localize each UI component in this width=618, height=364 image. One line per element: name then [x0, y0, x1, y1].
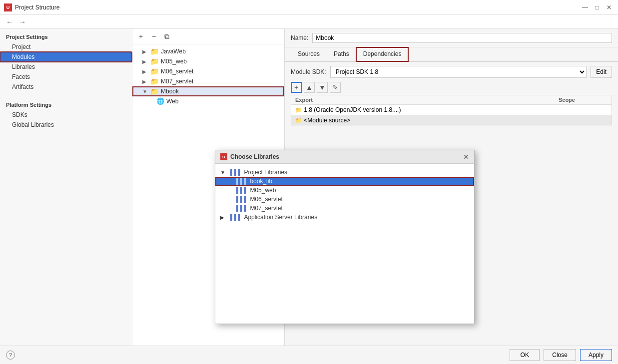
choose-libraries-dialog[interactable]: U Choose Libraries ✕ ▼ ▐▐▐ Project Libra… — [215, 150, 475, 324]
window-title: Project Structure — [15, 4, 59, 11]
tab-paths[interactable]: Paths — [327, 47, 356, 61]
add-dep-button[interactable]: + — [291, 82, 302, 93]
move-down-button[interactable]: ▼ — [317, 82, 328, 93]
maximize-button[interactable]: □ — [592, 2, 602, 12]
edit-sdk-button[interactable]: Edit — [591, 66, 612, 78]
name-input[interactable] — [312, 33, 612, 43]
close-button[interactable]: ✕ — [604, 2, 614, 12]
tree-item-label: Web — [166, 98, 178, 105]
table-row[interactable]: 📁 1.8 (Oracle OpenJDK version 1.8....) — [291, 105, 612, 115]
tree-remove-button[interactable]: − — [148, 31, 159, 42]
chevron-right-icon: ▶ — [142, 79, 148, 84]
sidebar: Project Settings Project Modules Librari… — [0, 29, 132, 364]
sidebar-item-sdks[interactable]: SDKs — [0, 110, 132, 120]
platform-settings-label: Platform Settings — [0, 97, 132, 110]
tree-item-mbook[interactable]: ▼ 📁 Mbook — [132, 86, 284, 96]
modal-item-m07servlet[interactable]: ▐▐▐ M07_servlet — [215, 204, 474, 213]
module-sdk-label: Module SDK: — [291, 68, 326, 75]
library-group-icon: ▐▐▐ — [228, 169, 240, 175]
web-icon: 🌐 — [156, 97, 164, 105]
modal-close-button[interactable]: ✕ — [463, 153, 469, 161]
name-row: Name: — [285, 29, 618, 47]
tree-item-label: JavaWeb — [161, 48, 186, 55]
table-cell: 📁 1.8 (Oracle OpenJDK version 1.8....) — [291, 105, 555, 115]
dependencies-table: Export Scope 📁 1.8 (Oracle OpenJDK versi… — [291, 95, 612, 126]
library-icon: ▐▐▐ — [234, 196, 246, 202]
chevron-right-icon: ▶ — [142, 59, 148, 64]
modal-icon: U — [220, 153, 227, 160]
table-row[interactable]: 📁 <Module source> — [291, 115, 612, 126]
sidebar-item-libraries[interactable]: Libraries — [0, 62, 132, 72]
modal-app-server-libraries[interactable]: ▶ ▐▐▐ Application Server Libraries — [215, 213, 474, 222]
table-cell-scope — [555, 105, 612, 115]
scope-column-header: Scope — [555, 95, 612, 105]
bottom-bar: ? OK Close Apply — [0, 346, 618, 364]
nav-bar: ← → — [0, 15, 618, 29]
jdk-icon: 📁 — [295, 107, 302, 113]
library-icon: ▐▐▐ — [234, 187, 246, 193]
tree-item-javaweb[interactable]: ▶ 📁 JavaWeb — [132, 46, 284, 56]
library-icon: ▐▐▐ — [234, 178, 246, 184]
tree-item-m06servlet[interactable]: ▶ 📁 M06_servlet — [132, 66, 284, 76]
chevron-right-icon: ▶ — [220, 215, 226, 220]
app-icon: U — [4, 3, 12, 11]
folder-icon: 📁 — [150, 87, 159, 95]
export-column-header: Export — [291, 95, 555, 105]
forward-button[interactable]: → — [17, 17, 28, 27]
tree-item-m05web[interactable]: ▶ 📁 M05_web — [132, 56, 284, 66]
dep-label: 1.8 (Oracle OpenJDK version 1.8....) — [304, 106, 401, 113]
name-label: Name: — [291, 34, 308, 41]
modal-item-label: M06_servlet — [250, 196, 282, 203]
sidebar-item-global-libraries[interactable]: Global Libraries — [0, 120, 132, 130]
dep-label: <Module source> — [304, 117, 350, 124]
modal-item-label: M07_servlet — [250, 205, 282, 212]
module-sdk-row: Module SDK: Project SDK 1.8 Edit — [291, 66, 612, 78]
tree-item-label: M05_web — [161, 58, 187, 65]
ok-button[interactable]: OK — [510, 349, 540, 361]
tree-item-label: M07_servlet — [161, 78, 193, 85]
modal-item-m06servlet[interactable]: ▐▐▐ M06_servlet — [215, 195, 474, 204]
library-group-icon: ▐▐▐ — [228, 214, 240, 220]
tree-item-label: M06_servlet — [161, 68, 193, 75]
table-cell-scope — [555, 115, 612, 126]
minimize-button[interactable]: — — [580, 2, 590, 12]
modal-item-book-lib[interactable]: ▐▐▐ book_lib — [215, 177, 474, 186]
tree-item-web[interactable]: 🌐 Web — [132, 96, 284, 106]
modal-project-libraries[interactable]: ▼ ▐▐▐ Project Libraries — [215, 168, 474, 177]
edit-dep-button[interactable]: ✎ — [330, 82, 341, 93]
back-button[interactable]: ← — [4, 17, 15, 27]
tree-toolbar: + − ⧉ — [132, 29, 284, 44]
project-settings-label: Project Settings — [0, 29, 132, 42]
tree-item-m07servlet[interactable]: ▶ 📁 M07_servlet — [132, 76, 284, 86]
folder-icon: 📁 — [150, 47, 159, 55]
move-up-button[interactable]: ▲ — [304, 82, 315, 93]
tree-copy-button[interactable]: ⧉ — [161, 31, 172, 42]
table-cell: 📁 <Module source> — [291, 115, 555, 126]
tab-dependencies[interactable]: Dependencies — [356, 47, 409, 61]
folder-icon: 📁 — [150, 57, 159, 65]
tab-sources[interactable]: Sources — [291, 47, 327, 61]
sidebar-item-artifacts[interactable]: Artifacts — [0, 82, 132, 92]
sdk-select[interactable]: Project SDK 1.8 — [330, 66, 587, 78]
help-button[interactable]: ? — [6, 351, 15, 360]
chevron-right-icon: ▶ — [142, 49, 148, 54]
tree-item-label: Mbook — [161, 88, 179, 95]
sidebar-item-facets[interactable]: Facets — [0, 72, 132, 82]
modal-title: U Choose Libraries — [220, 153, 279, 160]
dep-toolbar: + ▲ ▼ ✎ — [291, 82, 612, 93]
source-icon: 📁 — [295, 117, 302, 123]
cancel-button[interactable]: Close — [544, 349, 576, 361]
title-bar: U Project Structure — □ ✕ — [0, 0, 618, 15]
chevron-down-icon: ▼ — [142, 89, 148, 94]
action-buttons: OK Close Apply — [510, 349, 612, 361]
chevron-right-icon: ▶ — [142, 69, 148, 74]
tree-add-button[interactable]: + — [135, 31, 146, 42]
sidebar-item-modules[interactable]: Modules — [0, 52, 132, 62]
folder-icon: 📁 — [150, 67, 159, 75]
sidebar-item-project[interactable]: Project — [0, 42, 132, 52]
chevron-down-icon: ▼ — [220, 170, 226, 175]
apply-button[interactable]: Apply — [580, 349, 612, 361]
modal-item-m05web[interactable]: ▐▐▐ M05_web — [215, 186, 474, 195]
folder-icon: 📁 — [150, 77, 159, 85]
modal-item-label: M05_web — [250, 187, 276, 194]
